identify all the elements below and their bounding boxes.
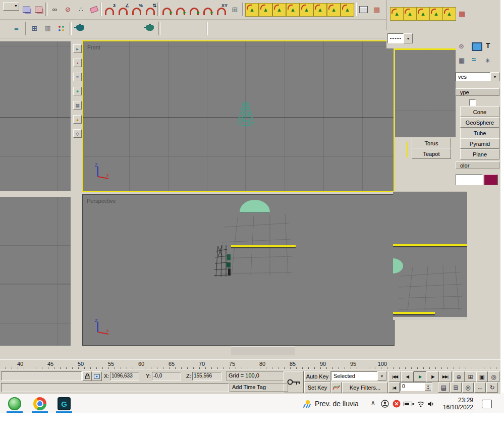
set-key-button[interactable]: Set Key xyxy=(304,382,330,393)
axis-tool-icon[interactable] xyxy=(259,3,272,17)
grid-display-icon[interactable] xyxy=(28,22,41,34)
tray-error-badge-icon[interactable] xyxy=(393,400,401,409)
left-viewport-top[interactable] xyxy=(0,41,71,191)
left-viewport-bottom[interactable] xyxy=(0,197,71,346)
chrome-icon[interactable] xyxy=(33,397,46,410)
timeline-track-bar[interactable]: 40 45 50 55 60 65 70 75 80 85 90 95 100 xyxy=(0,359,500,370)
docked-toolbar-dropdown[interactable]: ▼ xyxy=(3,2,19,11)
utilities-panel-icon[interactable]: T xyxy=(486,41,490,49)
axis-tool-icon[interactable] xyxy=(245,3,259,17)
axis-tool-icon[interactable] xyxy=(313,3,327,17)
geosphere-button[interactable]: GeoSphere xyxy=(460,117,499,128)
mini-tool-icon[interactable]: ▪ xyxy=(73,59,82,67)
snap-mode-icon[interactable] xyxy=(188,3,200,16)
object-type-rollout[interactable]: ype xyxy=(456,88,499,96)
mini-tool-icon[interactable]: ◇ xyxy=(73,129,82,138)
color-dots-icon[interactable] xyxy=(54,22,67,34)
autogrid-checkbox[interactable] xyxy=(469,99,476,106)
display-panel-icon[interactable] xyxy=(459,42,464,50)
unlink-selection-icon[interactable] xyxy=(62,3,74,16)
snap-toggle-3d-icon[interactable]: 3 xyxy=(103,3,116,16)
snap-mode-icon[interactable] xyxy=(174,3,187,16)
hemisphere-object[interactable] xyxy=(240,200,270,212)
axis-tool-icon[interactable] xyxy=(286,3,300,17)
absolute-offset-toggle-icon[interactable] xyxy=(92,371,102,381)
axis-tool-icon[interactable] xyxy=(341,3,354,17)
box-primitive-icon[interactable] xyxy=(357,3,370,16)
axis-tool-icon[interactable] xyxy=(390,7,404,21)
speaker-icon[interactable] xyxy=(427,401,435,408)
torus-button[interactable]: Torus xyxy=(412,138,451,148)
chevron-down-icon[interactable]: ▼ xyxy=(490,72,499,81)
window-stack2-icon[interactable] xyxy=(32,3,45,16)
snap-mode-icon[interactable] xyxy=(201,3,214,16)
tray-account-icon[interactable] xyxy=(381,400,389,409)
axis-tool-icon[interactable] xyxy=(403,7,417,21)
current-frame-field[interactable]: 0 ▲ ▼ xyxy=(400,383,432,391)
layers-icon[interactable] xyxy=(10,22,23,34)
quick-render-teapot-icon[interactable] xyxy=(143,22,156,34)
mini-tool-icon[interactable]: ▴ xyxy=(73,115,82,124)
teapot-button[interactable]: Teapot xyxy=(412,148,451,159)
weather-text[interactable]: Prev. de lluvia xyxy=(315,400,359,408)
mini-tool-icon[interactable]: ● xyxy=(73,87,82,95)
spinner-down-icon[interactable]: ▼ xyxy=(425,387,431,391)
axis-tool-icon[interactable] xyxy=(416,7,430,21)
spinner-snap-icon[interactable]: ⇅ xyxy=(144,3,156,16)
y-coordinate-field[interactable]: -0,0 xyxy=(152,372,181,381)
snap-mode-icon[interactable] xyxy=(160,3,173,16)
tube-button[interactable]: Tube xyxy=(460,128,499,138)
mini-tool-icon[interactable]: ▸ xyxy=(73,44,82,53)
percent-snap-icon[interactable]: % xyxy=(130,3,143,16)
lattice-icon[interactable] xyxy=(370,3,383,16)
selection-lock-icon[interactable] xyxy=(82,371,92,381)
primitive-category-dropdown[interactable]: ves ▼ xyxy=(456,72,499,81)
window-stack-icon[interactable] xyxy=(20,3,33,16)
lattice-icon[interactable] xyxy=(456,7,468,20)
object-name-field[interactable] xyxy=(456,174,483,185)
viewport-perspective[interactable]: Perspective xyxy=(82,194,395,346)
grid-snap-icon[interactable] xyxy=(229,3,241,16)
axis-tool-icon[interactable] xyxy=(327,3,341,17)
select-and-link-icon[interactable] xyxy=(48,3,61,16)
back-viewport-fragment[interactable] xyxy=(395,48,456,137)
selection-filter-dropdown[interactable]: Selected ▼ xyxy=(331,371,386,381)
floating-viewport-fragment[interactable] xyxy=(393,191,467,319)
add-time-tag[interactable]: Add Time Tag xyxy=(230,383,288,392)
snap-xy-icon[interactable]: XY xyxy=(215,3,228,16)
geometry-category-icon[interactable] xyxy=(459,57,465,64)
cone-button[interactable]: Cone xyxy=(460,106,499,117)
monitor-icon[interactable] xyxy=(472,42,482,51)
render-teapot-icon[interactable] xyxy=(74,22,86,34)
battery-icon[interactable] xyxy=(404,401,414,408)
mini-tool-icon[interactable]: ▦ xyxy=(73,101,82,110)
taskbar-app-green-icon[interactable] xyxy=(8,397,21,410)
mini-tool-icon[interactable]: ≡ xyxy=(73,73,82,81)
chevron-down-icon[interactable]: ▼ xyxy=(404,33,413,43)
tray-chevron-icon[interactable]: ∧ xyxy=(371,399,375,406)
weather-icon[interactable] xyxy=(301,399,311,410)
axis-tool-icon[interactable] xyxy=(300,3,313,17)
taskbar-app-g-icon[interactable]: G xyxy=(58,397,71,410)
name-color-rollout[interactable]: olor xyxy=(456,161,499,169)
wifi-icon[interactable] xyxy=(417,401,425,408)
axis-tool-icon[interactable] xyxy=(442,7,456,21)
bind-spacewarp-icon[interactable] xyxy=(75,3,87,16)
auto-key-button[interactable]: Auto Key xyxy=(304,371,330,382)
x-coordinate-field[interactable]: 1096,633 xyxy=(110,372,139,381)
axis-tool-icon[interactable] xyxy=(272,3,286,17)
notification-center-icon[interactable] xyxy=(482,400,492,408)
water-category-icon[interactable] xyxy=(472,55,476,64)
material-table-icon[interactable] xyxy=(41,22,54,34)
curve-editor-icon[interactable] xyxy=(331,382,342,393)
eraser-icon[interactable] xyxy=(88,3,100,16)
z-coordinate-field[interactable]: 155,566 xyxy=(192,372,221,381)
cone-wireframe-object[interactable] xyxy=(237,100,255,129)
tray-clock[interactable]: 23:29 16/10/2022 xyxy=(438,397,473,411)
pyramid-button[interactable]: Pyramid xyxy=(460,138,499,149)
line-style-dropdown-back[interactable]: ▼ xyxy=(387,33,413,43)
object-color-swatch[interactable] xyxy=(484,174,498,185)
chevron-down-icon[interactable]: ▼ xyxy=(377,371,386,381)
angle-snap-icon[interactable]: ∠ xyxy=(117,3,129,16)
systems-category-icon[interactable] xyxy=(485,57,490,64)
